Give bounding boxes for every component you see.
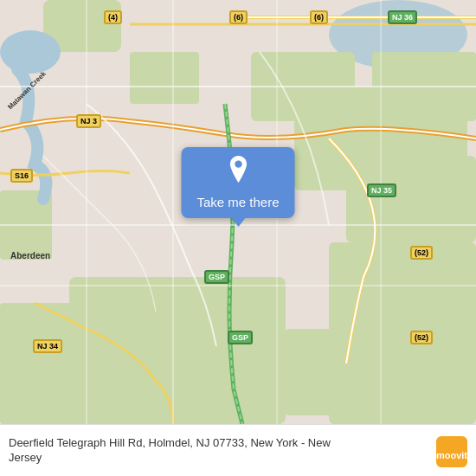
take-me-there-popup[interactable]: Take me there xyxy=(181,147,294,218)
svg-rect-9 xyxy=(130,52,199,104)
badge-gsp1: GSP xyxy=(204,270,229,284)
badge-52b: (52) xyxy=(410,331,433,344)
address-text: Deerfield Telegraph Hill Rd, Holmdel, NJ… xyxy=(9,436,355,466)
badge-gsp2: GSP xyxy=(228,331,253,344)
badge-nj35: NJ 35 xyxy=(367,183,396,197)
map-container: (4) (6) (6) NJ 36 NJ 3 S16 NJ 35 GSP GSP… xyxy=(0,0,476,424)
svg-rect-13 xyxy=(286,329,355,415)
svg-text:moovit: moovit xyxy=(436,450,467,460)
moovit-logo: moovit xyxy=(436,436,467,467)
svg-rect-8 xyxy=(0,303,78,424)
bottom-bar: Deerfield Telegraph Hill Rd, Holmdel, NJ… xyxy=(0,424,476,476)
badge-52a: (52) xyxy=(410,246,433,260)
badge-nj3: NJ 3 xyxy=(76,114,101,128)
label-aberdeen: Aberdeen xyxy=(10,251,50,261)
popup-label: Take me there xyxy=(196,195,279,209)
badge-4: (4) xyxy=(104,10,122,24)
location-pin-icon xyxy=(225,156,251,190)
svg-point-14 xyxy=(0,30,61,74)
badge-nj36: NJ 36 xyxy=(388,10,417,24)
svg-rect-5 xyxy=(346,156,476,242)
badge-6b: (6) xyxy=(310,10,328,24)
badge-nj34: NJ 34 xyxy=(33,339,62,353)
badge-6a: (6) xyxy=(229,10,248,24)
svg-point-25 xyxy=(235,160,241,167)
badge-s16: S16 xyxy=(10,169,33,183)
